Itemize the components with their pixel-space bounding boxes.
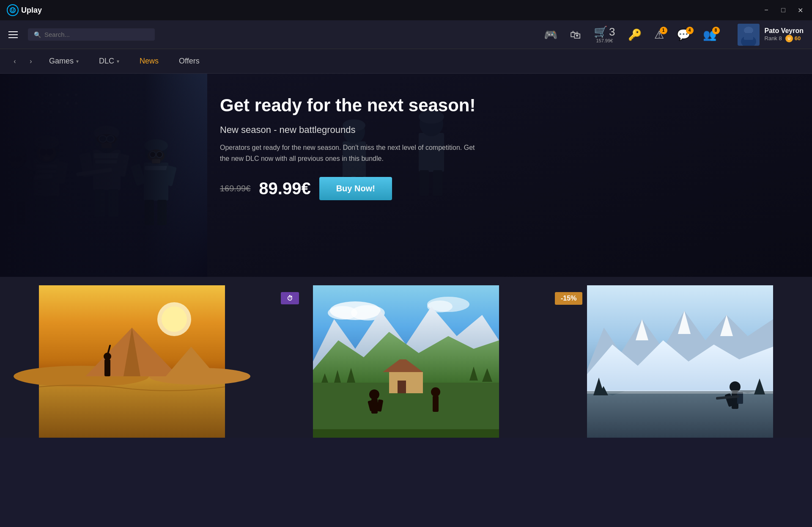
close-button[interactable]: ✕	[795, 5, 805, 15]
card-2-bg	[274, 285, 538, 438]
game-card-2[interactable]: ⏱	[274, 285, 538, 438]
svg-point-116	[369, 389, 379, 400]
controller-button[interactable]: 🎮	[544, 29, 557, 40]
maximize-button[interactable]: □	[778, 5, 788, 15]
secondary-nav: ‹ › Games ▾ DLC ▾ News Offers	[0, 49, 812, 74]
avatar-image	[738, 24, 760, 46]
svg-rect-134	[737, 392, 743, 404]
hero-description: Operators get ready for the new season. …	[220, 142, 482, 164]
title-bar-left: U Uplay	[7, 4, 42, 16]
nav-icons: 🎮 🛍 🛒 3 157.99€ 🔑 ⚠ 1 💬 4 👥	[544, 24, 804, 46]
nav-back-button[interactable]: ‹	[8, 55, 21, 68]
svg-rect-75	[0, 74, 207, 277]
user-rank-row: Rank 8 U 60	[765, 35, 804, 42]
hero-content: Get ready for the next season! New seaso…	[220, 95, 482, 210]
svg-rect-121	[433, 396, 439, 412]
messages-badge: 4	[686, 27, 694, 34]
username: Pato Veyron	[765, 27, 804, 35]
friends-badge: 8	[712, 27, 720, 34]
cart-icon: 🛒 3	[594, 26, 615, 37]
nav-dlc[interactable]: DLC ▾	[91, 53, 128, 69]
search-input[interactable]	[44, 31, 149, 38]
nav-news[interactable]: News	[131, 53, 167, 69]
hero-title: Get ready for the next season!	[220, 95, 482, 116]
keys-button[interactable]: 🔑	[628, 29, 642, 40]
alerts-button[interactable]: ⚠ 1	[654, 29, 664, 40]
svg-point-120	[431, 387, 440, 397]
avatar	[738, 24, 760, 46]
dlc-chevron-icon: ▾	[117, 58, 119, 64]
minimize-button[interactable]: −	[761, 5, 771, 15]
uplay-logo-icon: U	[7, 4, 19, 16]
cart-price: 157.99€	[596, 38, 613, 43]
hamburger-menu[interactable]	[8, 31, 18, 38]
search-icon: 🔍	[34, 31, 41, 38]
svg-point-89	[162, 306, 187, 332]
store-button[interactable]: 🛍	[570, 29, 581, 40]
nav-offers[interactable]: Offers	[170, 53, 208, 69]
svg-rect-129	[587, 391, 773, 438]
controller-icon: 🎮	[544, 29, 557, 40]
app-name: Uplay	[21, 6, 42, 15]
friends-button[interactable]: 👥 8	[703, 29, 716, 40]
svg-rect-96	[104, 359, 110, 376]
svg-rect-122	[313, 429, 499, 438]
user-info: Pato Veyron Rank 8 U 60	[765, 27, 804, 42]
messages-button[interactable]: 💬 4	[677, 29, 690, 40]
games-chevron-icon: ▾	[76, 58, 79, 64]
hero-art-soldiers	[0, 74, 207, 277]
new-price: 89.99€	[259, 179, 310, 198]
svg-text:U: U	[11, 8, 14, 13]
card-3-bg	[548, 285, 812, 438]
game-card-1[interactable]	[0, 285, 264, 438]
nav-forward-button[interactable]: ›	[25, 55, 37, 68]
game-cards-section: ⏱	[0, 277, 812, 438]
bag-icon: 🛍	[570, 29, 581, 40]
title-bar-controls: − □ ✕	[761, 5, 805, 15]
nav-games[interactable]: Games ▾	[41, 53, 87, 69]
buy-now-button[interactable]: Buy Now!	[319, 177, 392, 200]
key-icon: 🔑	[628, 29, 642, 40]
svg-rect-115	[398, 381, 406, 393]
cart-button[interactable]: 🛒 3 157.99€	[594, 26, 615, 43]
ucoin-amount: 60	[795, 35, 801, 41]
old-price: 169.99€	[220, 184, 250, 193]
top-nav: 🔍 🎮 🛍 🛒 3 157.99€ 🔑 ⚠ 1 💬	[0, 20, 812, 49]
svg-rect-6	[744, 33, 753, 40]
timer-icon: ⏱	[287, 295, 293, 302]
user-profile[interactable]: Pato Veyron Rank 8 U 60	[738, 24, 804, 46]
hero-banner: Get ready for the next season! New seaso…	[0, 74, 812, 277]
card-2-badge: ⏱	[281, 292, 299, 304]
ucoin-icon: U	[785, 35, 793, 42]
hero-pricing: 169.99€ 89.99€ Buy Now!	[220, 177, 482, 200]
card-3-discount-badge: -15%	[555, 292, 582, 305]
search-box[interactable]: 🔍	[28, 28, 155, 41]
svg-rect-137	[587, 390, 773, 394]
game-card-3[interactable]: -15%	[548, 285, 812, 438]
hero-subtitle: New season - new battlegrounds	[220, 124, 482, 135]
alerts-badge: 1	[660, 27, 667, 34]
uplay-logo: U Uplay	[7, 4, 42, 16]
card-1-art	[0, 285, 264, 438]
title-bar: U Uplay − □ ✕	[0, 0, 812, 20]
rank-label: Rank 8	[765, 35, 782, 41]
ucoins-display: U 60	[785, 35, 801, 42]
